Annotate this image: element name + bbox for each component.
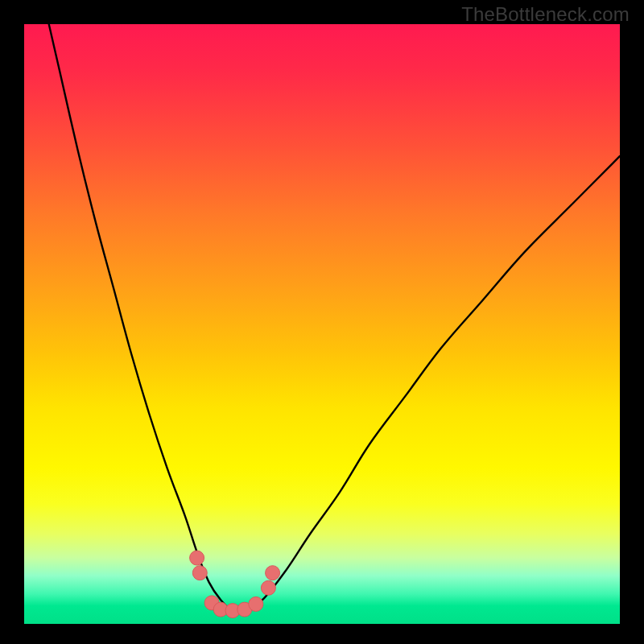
curve-marker <box>190 551 204 565</box>
curve-marker <box>249 597 263 611</box>
bottleneck-curve <box>42 0 620 612</box>
chart-frame: TheBottleneck.com <box>0 0 644 644</box>
curve-marker <box>204 596 219 610</box>
curve-marker <box>266 566 280 580</box>
curve-marker <box>213 602 228 617</box>
curve-marker <box>192 566 207 580</box>
plot-area <box>24 24 620 624</box>
curve-marker <box>237 602 252 617</box>
curve-markers <box>190 551 280 618</box>
watermark-text: TheBottleneck.com <box>461 3 630 26</box>
curve-marker <box>261 580 275 595</box>
curve-layer <box>24 24 620 624</box>
curve-marker <box>225 604 240 618</box>
